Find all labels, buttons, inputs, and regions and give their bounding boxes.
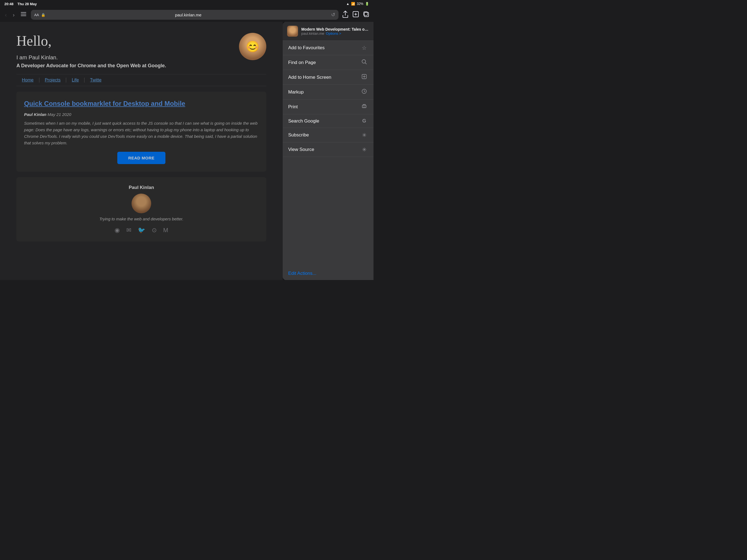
webpage[interactable]: Hello, I am Paul Kinlan. A Developer Adv…: [0, 22, 283, 280]
edit-actions-link[interactable]: Edit Actions...: [288, 271, 316, 276]
article-meta: Paul Kinlan May 21 2020: [24, 112, 259, 117]
markup-icon: [360, 88, 368, 96]
nav-links: Home Projects Life Twitte: [17, 74, 266, 86]
wifi-icon: ▲: [346, 2, 350, 6]
article-date: May 21 2020: [48, 112, 71, 117]
status-time: 20:48: [4, 2, 14, 6]
star-icon: ☆: [360, 45, 368, 51]
panel-site-url-row: paul.kinlan.me Options >: [301, 31, 369, 35]
article-title[interactable]: Quick Console bookmarklet for Desktop an…: [24, 99, 259, 108]
menu-item-subscribe[interactable]: Subscribe ✳: [283, 128, 374, 143]
hello-heading: Hello,: [17, 33, 239, 49]
menu-item-search-google-label: Search Google: [288, 119, 319, 124]
menu-item-view-source[interactable]: View Source ✳: [283, 143, 374, 157]
author-card: Paul Kinlan Trying to make the web and d…: [17, 177, 266, 241]
author-avatar: [131, 194, 151, 213]
panel-header: Modern Web Development: Tales of a D... …: [283, 22, 374, 41]
share-button[interactable]: [341, 9, 350, 20]
back-button[interactable]: ‹: [3, 11, 8, 19]
browser-toolbar: ‹ › AA 🔒 paul.kinlan.me ↺: [0, 8, 374, 22]
google-icon: G: [360, 118, 368, 124]
avatar-face: 😊: [239, 33, 266, 60]
menu-items: Add to Favourites ☆ Find on Page Add to …: [283, 41, 374, 267]
article-card: Quick Console bookmarklet for Desktop an…: [17, 92, 266, 172]
nav-link-twitter[interactable]: Twitte: [84, 78, 107, 82]
menu-item-markup-label: Markup: [288, 90, 304, 95]
battery-icon: 🔋: [365, 2, 369, 6]
panel-options-link[interactable]: Options >: [326, 31, 341, 35]
svg-rect-1: [21, 14, 26, 15]
nav-link-projects[interactable]: Projects: [40, 78, 67, 82]
edit-actions: Edit Actions...: [283, 267, 374, 280]
menu-item-view-source-label: View Source: [288, 147, 314, 152]
intro-desc: A Developer Advocate for Chrome and the …: [17, 63, 239, 69]
author-name: Paul Kinlan: [129, 185, 154, 190]
menu-item-add-favourites-label: Add to Favourites: [288, 45, 325, 51]
main-content: Hello, I am Paul Kinlan. A Developer Adv…: [0, 22, 374, 280]
status-time-date: 20:48 Thu 28 May: [4, 2, 37, 6]
address-bar[interactable]: AA 🔒 paul.kinlan.me ↺: [31, 10, 338, 20]
article-author: Paul Kinlan: [24, 112, 47, 117]
menu-item-print[interactable]: Print: [283, 100, 374, 114]
lock-icon: 🔒: [41, 13, 45, 17]
share-panel: Modern Web Development: Tales of a D... …: [283, 22, 374, 280]
subscribe-icon: ✳: [360, 132, 368, 138]
panel-site-title: Modern Web Development: Tales of a D...: [301, 27, 369, 31]
new-tab-button[interactable]: [352, 10, 360, 20]
toolbar-right-buttons: [341, 9, 370, 20]
github-icon[interactable]: ⊙: [152, 227, 157, 234]
avatar: 😊: [239, 33, 266, 60]
twitter-icon[interactable]: 🐦: [138, 227, 145, 234]
menu-item-add-home-screen[interactable]: Add to Home Screen: [283, 70, 374, 85]
rss-icon[interactable]: ◉: [114, 227, 120, 234]
url-text: paul.kinlan.me: [48, 12, 329, 17]
status-bar: 20:48 Thu 28 May ▲ 📶 32% 🔋: [0, 0, 374, 8]
nav-link-home[interactable]: Home: [17, 78, 40, 82]
panel-site-url: paul.kinlan.me: [301, 31, 324, 35]
page-title-area: Hello, I am Paul Kinlan. A Developer Adv…: [17, 33, 239, 69]
medium-icon[interactable]: M: [163, 227, 168, 234]
svg-rect-0: [21, 12, 26, 13]
status-date: Thu 28 May: [18, 2, 37, 6]
menu-item-print-label: Print: [288, 104, 298, 110]
search-icon: [360, 59, 368, 66]
panel-site-icon: [287, 26, 298, 36]
read-more-button[interactable]: READ MORE: [117, 152, 165, 164]
page-header: Hello, I am Paul Kinlan. A Developer Adv…: [17, 33, 266, 69]
battery-percentage: 32%: [357, 2, 363, 6]
signal-icon: 📶: [351, 2, 355, 6]
menu-item-search-google[interactable]: Search Google G: [283, 114, 374, 128]
svg-rect-9: [362, 105, 366, 108]
menu-item-subscribe-label: Subscribe: [288, 132, 309, 138]
email-icon[interactable]: ✉: [126, 227, 131, 234]
menu-item-add-favourites[interactable]: Add to Favourites ☆: [283, 41, 374, 55]
text-size-control[interactable]: AA: [34, 13, 39, 17]
forward-button[interactable]: ›: [11, 11, 17, 19]
tabs-button[interactable]: [362, 10, 370, 20]
author-bio: Trying to make the web and developers be…: [99, 217, 183, 221]
svg-rect-4: [364, 12, 368, 17]
view-source-icon: ✳: [360, 146, 368, 153]
intro-name: I am Paul Kinlan.: [17, 54, 239, 61]
menu-item-add-home-screen-label: Add to Home Screen: [288, 75, 331, 80]
menu-item-markup[interactable]: Markup: [283, 85, 374, 100]
print-icon: [360, 103, 368, 110]
social-icons: ◉ ✉ 🐦 ⊙ M: [114, 227, 168, 234]
nav-link-life[interactable]: Life: [66, 78, 84, 82]
home-screen-icon: [360, 74, 368, 81]
panel-header-text: Modern Web Development: Tales of a D... …: [301, 27, 369, 35]
svg-rect-2: [21, 15, 26, 16]
menu-item-find-on-page-label: Find on Page: [288, 60, 316, 65]
bookmarks-button[interactable]: [19, 11, 28, 19]
menu-item-find-on-page[interactable]: Find on Page: [283, 55, 374, 70]
status-indicators: ▲ 📶 32% 🔋: [346, 2, 369, 6]
article-body: Sometimes when I am on my mobile, I just…: [24, 120, 259, 146]
reload-button[interactable]: ↺: [331, 12, 335, 18]
